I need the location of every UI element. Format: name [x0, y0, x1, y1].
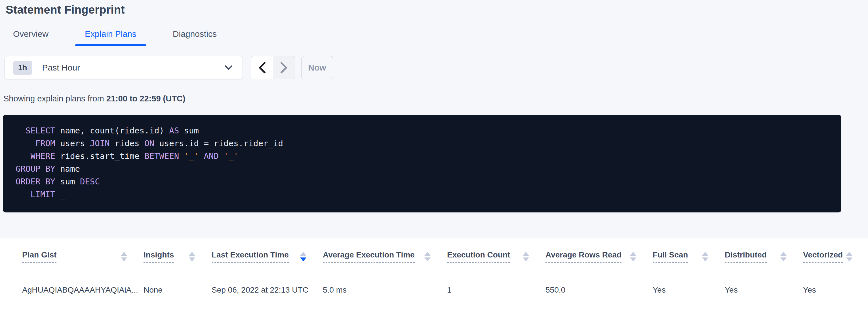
cell-plan-gist[interactable]: AgHUAQIABQAAAAHYAQIAiA...	[0, 272, 144, 308]
time-range-label: Past Hour	[42, 63, 225, 72]
column-label[interactable]: Execution Count	[447, 250, 510, 263]
tab-label: Diagnostics	[173, 29, 217, 38]
sort-icon[interactable]	[424, 252, 431, 262]
time-controls: 1h Past Hour Now	[4, 56, 868, 79]
sql-line: ORDER BY sum DESC	[16, 175, 830, 188]
time-range-select[interactable]: 1h Past Hour	[4, 56, 243, 79]
active-tab-underline	[75, 44, 146, 46]
spacer	[0, 212, 868, 232]
next-time-button[interactable]	[273, 56, 295, 79]
column-label[interactable]: Vectorized	[803, 250, 843, 263]
time-range-nav	[251, 56, 295, 79]
sort-icon[interactable]	[189, 252, 195, 262]
tab-overview[interactable]: Overview	[3, 21, 58, 45]
time-range-badge: 1h	[13, 61, 32, 75]
column-label[interactable]: Average Rows Read	[546, 250, 621, 263]
table-body: AgHUAQIABQAAAAHYAQIAiA...NoneSep 06, 202…	[0, 272, 868, 308]
sql-line: WHERE rides.start_time BETWEEN '_' AND '…	[16, 150, 830, 163]
prev-time-button[interactable]	[251, 56, 273, 79]
column-header-last-execution-time: Last Execution Time	[212, 238, 323, 272]
summary-range: 21:00 to 22:59 (UTC)	[106, 94, 186, 103]
tab-diagnostics[interactable]: Diagnostics	[163, 21, 226, 45]
column-label[interactable]: Last Execution Time	[212, 250, 289, 263]
cell-average-execution-time: 5.0 ms	[323, 272, 447, 308]
column-header-average-execution-time: Average Execution Time	[323, 238, 447, 272]
column-header-distributed: Distributed	[725, 238, 803, 272]
cell-execution-count: 1	[447, 272, 546, 308]
chevron-left-icon	[258, 62, 266, 74]
cell-last-execution-time: Sep 06, 2022 at 22:13 UTC	[212, 272, 323, 308]
now-button[interactable]: Now	[301, 56, 333, 79]
sort-icon[interactable]	[780, 252, 786, 262]
cell-full-scan: Yes	[653, 272, 725, 308]
sort-icon[interactable]	[300, 252, 306, 262]
sort-icon[interactable]	[702, 252, 708, 262]
column-label[interactable]: Full Scan	[653, 250, 688, 263]
sort-icon[interactable]	[846, 252, 852, 262]
cell-average-rows-read: 550.0	[546, 272, 653, 308]
tabs: OverviewExplain PlansDiagnostics	[3, 21, 868, 45]
explain-plans-table: Plan GistInsightsLast Execution TimeAver…	[0, 238, 868, 308]
column-label[interactable]: Plan Gist	[22, 250, 57, 263]
sort-icon[interactable]	[630, 252, 636, 262]
time-range-summary: Showing explain plans from 21:00 to 22:5…	[3, 94, 868, 103]
column-header-insights: Insights	[144, 238, 212, 272]
column-label[interactable]: Insights	[144, 250, 174, 263]
explain-plans-table-card: Plan GistInsightsLast Execution TimeAver…	[0, 238, 868, 311]
cell-insights: None	[144, 272, 212, 308]
table-row: AgHUAQIABQAAAAHYAQIAiA...NoneSep 06, 202…	[0, 272, 868, 308]
page-title: Statement Fingerprint	[6, 3, 868, 16]
column-header-full-scan: Full Scan	[653, 238, 725, 272]
chevron-right-icon	[280, 62, 288, 74]
page-header: Statement Fingerprint	[6, 3, 868, 16]
spacer	[0, 232, 868, 238]
column-label[interactable]: Distributed	[725, 250, 767, 263]
sql-line: LIMIT _	[16, 188, 830, 201]
table-header-row: Plan GistInsightsLast Execution TimeAver…	[0, 238, 868, 272]
tab-label: Explain Plans	[85, 29, 136, 38]
sort-icon[interactable]	[121, 252, 127, 262]
sql-line: GROUP BY name	[16, 163, 830, 175]
summary-prefix: Showing explain plans from	[3, 94, 106, 103]
tab-explain-plans[interactable]: Explain Plans	[75, 21, 146, 45]
sql-code-block: SELECT name, count(rides.id) AS sum FROM…	[3, 115, 841, 212]
cell-vectorized: Yes	[803, 272, 868, 308]
column-header-average-rows-read: Average Rows Read	[546, 238, 653, 272]
column-label[interactable]: Average Execution Time	[323, 250, 415, 263]
sort-icon[interactable]	[523, 252, 529, 262]
column-header-vectorized: Vectorized	[803, 238, 868, 272]
chevron-down-icon	[225, 65, 232, 70]
sql-line: SELECT name, count(rides.id) AS sum	[16, 124, 830, 137]
column-header-plan-gist: Plan Gist	[0, 238, 144, 272]
tab-label: Overview	[13, 29, 49, 38]
column-header-execution-count: Execution Count	[447, 238, 546, 272]
sql-line: FROM users JOIN rides ON users.id = ride…	[16, 137, 830, 150]
cell-distributed: Yes	[725, 272, 803, 308]
